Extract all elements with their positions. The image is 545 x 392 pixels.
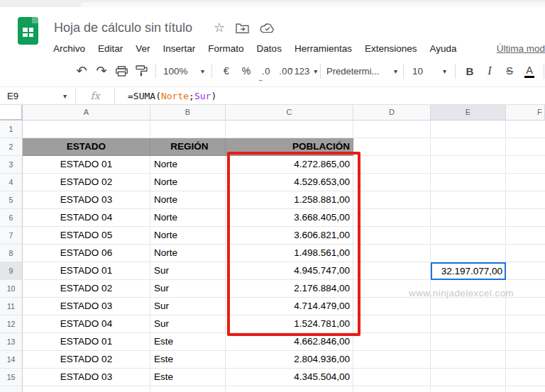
cell-estado[interactable]: ESTADO 04 (23, 315, 150, 333)
paint-format-button[interactable] (131, 61, 151, 81)
cell-empty[interactable] (506, 191, 545, 209)
cell-empty[interactable] (506, 209, 545, 227)
star-icon[interactable]: ☆ (214, 21, 225, 34)
cell-a1[interactable] (23, 121, 150, 138)
cell-f1[interactable] (506, 121, 545, 138)
cell-b1[interactable] (150, 121, 226, 138)
cell-empty[interactable] (353, 245, 431, 262)
row-header[interactable]: 12 (0, 315, 23, 333)
cell-region[interactable]: Sur (150, 298, 226, 315)
row-header[interactable]: 13 (0, 333, 23, 351)
column-header-a[interactable]: A (23, 105, 150, 121)
cell-empty[interactable] (431, 191, 506, 209)
cell-poblacion[interactable]: 2.804.936,00 (226, 351, 353, 369)
cell-estado[interactable]: ESTADO 05 (23, 227, 150, 245)
menu-insertar[interactable]: Insertar (157, 43, 202, 54)
menu-editar[interactable]: Editar (92, 43, 129, 54)
cell-e1[interactable] (431, 121, 506, 138)
column-header-b[interactable]: B (150, 105, 226, 121)
cell-poblacion[interactable]: 4.345.504,00 (226, 369, 353, 386)
cell-empty[interactable] (353, 156, 431, 174)
cell-empty[interactable] (431, 386, 506, 392)
cell-estado[interactable]: ESTADO 01 (23, 333, 150, 351)
cell-empty[interactable] (506, 262, 545, 280)
cell-region[interactable]: Este (150, 333, 226, 351)
cell-empty[interactable] (506, 369, 545, 386)
row-header[interactable]: 7 (0, 227, 23, 245)
cell-poblacion[interactable]: 1.524.781,00 (226, 315, 353, 333)
row-header[interactable]: 3 (0, 156, 23, 174)
row-header[interactable]: 14 (0, 351, 23, 369)
cell-region[interactable]: Sur (150, 262, 226, 280)
cell-empty[interactable] (353, 315, 431, 333)
cell-empty[interactable] (353, 351, 431, 369)
cell-empty[interactable] (431, 245, 506, 262)
menu-formato[interactable]: Formato (202, 43, 250, 54)
cell-region[interactable]: Norte (150, 245, 226, 262)
row-header[interactable]: 16 (0, 386, 23, 392)
row-header[interactable]: 10 (0, 280, 23, 298)
cell-d1[interactable] (353, 121, 431, 138)
cell-region[interactable]: Norte (150, 174, 226, 191)
text-color-button[interactable]: A (519, 60, 539, 82)
format-currency-button[interactable]: € (216, 61, 236, 81)
menu-herramientas[interactable]: Herramientas (288, 43, 358, 54)
cell-empty[interactable] (353, 333, 431, 351)
cell-empty[interactable] (431, 227, 506, 245)
row-header[interactable]: 1 (0, 121, 23, 138)
formula-input[interactable]: =SUMA(Norte;Sur) (119, 91, 216, 101)
cell-poblacion[interactable]: 1.498.561,00 (226, 245, 353, 262)
cell-estado[interactable]: ESTADO 02 (23, 174, 150, 191)
font-family-select[interactable]: Predetermi...▾ (325, 61, 399, 81)
cell-estado[interactable]: ESTADO 03 (23, 369, 150, 386)
row-header[interactable]: 2 (0, 138, 23, 156)
cell-empty[interactable] (353, 386, 431, 392)
cell-empty[interactable] (353, 191, 431, 209)
header-cell-region[interactable]: REGIÓN (150, 138, 226, 156)
row-header-selected[interactable]: 9 (0, 262, 23, 280)
menu-ver[interactable]: Ver (129, 43, 156, 54)
menu-extensiones[interactable]: Extensiones (358, 43, 424, 54)
cell-empty[interactable] (23, 386, 150, 392)
move-to-folder-icon[interactable] (236, 23, 249, 33)
menu-archivo[interactable]: Archivo (47, 43, 92, 54)
cell-empty[interactable] (353, 298, 431, 315)
cell-empty[interactable] (431, 333, 506, 351)
cell-empty[interactable] (506, 174, 545, 191)
cell-e2[interactable] (431, 138, 506, 156)
strikethrough-button[interactable]: S (500, 61, 519, 81)
row-header[interactable]: 8 (0, 245, 23, 262)
cell-poblacion[interactable]: 1.258.881,00 (226, 191, 353, 209)
menu-datos[interactable]: Datos (251, 43, 288, 54)
cell-region[interactable]: Este (150, 369, 226, 386)
cell-empty[interactable] (506, 386, 545, 392)
document-title[interactable]: Hoja de cálculo sin título (54, 21, 192, 35)
cell-empty[interactable] (431, 174, 506, 191)
name-box[interactable]: E9▾ (0, 91, 71, 101)
cell-poblacion[interactable]: 4.945.747,00 (226, 262, 353, 280)
cell-poblacion[interactable]: 3.668.405,00 (226, 209, 353, 227)
cell-poblacion[interactable]: 4.662.846,00 (226, 333, 353, 351)
cell-empty[interactable] (353, 174, 431, 191)
decrease-decimal-button[interactable]: .0← (256, 61, 276, 81)
cell-estado[interactable]: ESTADO 01 (23, 156, 150, 174)
cell-empty[interactable] (431, 315, 506, 333)
print-button[interactable] (111, 61, 131, 81)
cell-empty[interactable] (506, 298, 545, 315)
cell-empty[interactable] (353, 209, 431, 227)
row-header[interactable]: 15 (0, 369, 23, 386)
cell-region[interactable]: Norte (150, 191, 226, 209)
cell-region[interactable]: Sur (150, 315, 226, 333)
cell-empty[interactable] (506, 156, 545, 174)
cell-region[interactable]: Norte (150, 209, 226, 227)
cloud-saved-icon[interactable] (260, 23, 275, 33)
cell-empty[interactable] (431, 209, 506, 227)
bold-button[interactable]: B (460, 61, 480, 81)
row-header[interactable]: 11 (0, 298, 23, 315)
format-percent-button[interactable]: % (236, 61, 256, 81)
redo-button[interactable]: ↷ (92, 61, 111, 81)
row-header[interactable]: 4 (0, 174, 23, 191)
cell-poblacion[interactable]: 4.272.865,00 (226, 156, 353, 174)
selected-cell-e9[interactable]: 32.197.077,00 (431, 262, 506, 280)
zoom-select[interactable]: 100%▾ (160, 61, 207, 81)
